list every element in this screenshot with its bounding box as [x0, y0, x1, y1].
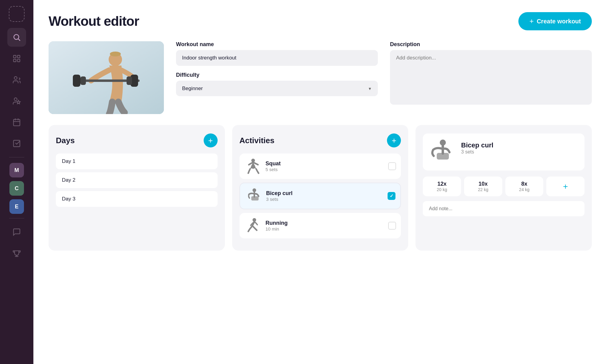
- day-item[interactable]: Day 2: [56, 172, 218, 188]
- plus-icon: +: [529, 18, 534, 25]
- activities-panel-header: Activities +: [239, 133, 401, 147]
- svg-rect-9: [14, 120, 20, 126]
- detail-panel: Bicep curl 3 sets 12x 20 kg 10x 22 kg 8x…: [415, 125, 592, 251]
- set-reps-1: 12x: [426, 181, 458, 187]
- logo[interactable]: [9, 6, 25, 22]
- svg-rect-19: [131, 75, 138, 87]
- detail-figure: [428, 138, 455, 166]
- svg-rect-18: [80, 76, 86, 85]
- sidebar-item-trophy[interactable]: [7, 244, 26, 263]
- activity-item-squat[interactable]: Squat 5 sets: [239, 153, 401, 179]
- workout-name-input[interactable]: [176, 50, 378, 66]
- difficulty-select-wrapper: Beginner Intermediate Advanced: [176, 81, 378, 96]
- bicep-checkbox[interactable]: [388, 192, 395, 200]
- add-day-button[interactable]: +: [204, 133, 218, 147]
- squat-detail: 5 sets: [266, 167, 384, 172]
- svg-rect-17: [73, 75, 80, 87]
- running-detail: 10 min: [266, 226, 384, 231]
- workout-image-figure: [49, 41, 164, 114]
- svg-rect-13: [14, 140, 20, 147]
- svg-marker-8: [17, 100, 20, 104]
- create-workout-button[interactable]: + Create workout: [518, 12, 592, 30]
- sidebar-item-dashboard[interactable]: [7, 49, 26, 68]
- note-input[interactable]: [423, 201, 585, 216]
- svg-rect-14: [49, 41, 164, 114]
- detail-exercise-name: Bicep curl: [461, 141, 580, 149]
- set-weight-3: 24 kg: [508, 187, 541, 192]
- days-panel-title: Days: [56, 136, 75, 145]
- svg-rect-2: [14, 56, 16, 58]
- svg-line-1: [18, 39, 20, 40]
- bicep-figure: [245, 187, 262, 204]
- set-card-1[interactable]: 12x 20 kg: [423, 177, 461, 196]
- add-set-card[interactable]: +: [546, 177, 585, 196]
- svg-rect-20: [127, 76, 132, 85]
- bicep-info: Bicep curl 3 sets: [266, 190, 384, 202]
- set-reps-2: 10x: [467, 181, 499, 187]
- avatar-c[interactable]: C: [9, 181, 24, 196]
- day-item[interactable]: Day 1: [56, 153, 218, 169]
- bicep-detail: 3 sets: [266, 197, 384, 202]
- activities-list: Squat 5 sets: [239, 153, 401, 238]
- sidebar-item-chat[interactable]: [7, 223, 26, 241]
- difficulty-select[interactable]: Beginner Intermediate Advanced: [176, 81, 378, 96]
- svg-point-21: [110, 52, 121, 56]
- activities-panel-title: Activities: [239, 136, 275, 145]
- svg-rect-5: [17, 59, 20, 62]
- difficulty-label: Difficulty: [176, 72, 378, 78]
- sidebar-item-calendar[interactable]: [7, 113, 26, 132]
- set-reps-3: 8x: [508, 181, 541, 187]
- sidebar-item-search[interactable]: [7, 28, 26, 47]
- sidebar-item-star-user[interactable]: [7, 92, 26, 110]
- squat-figure: [244, 158, 261, 175]
- day-item[interactable]: Day 3: [56, 191, 218, 207]
- running-name: Running: [266, 220, 384, 226]
- set-card-3[interactable]: 8x 24 kg: [505, 177, 544, 196]
- panels: Days + Day 1 Day 2 Day 3 Activities +: [49, 125, 592, 251]
- sets-grid: 12x 20 kg 10x 22 kg 8x 24 kg +: [423, 177, 585, 196]
- svg-rect-4: [14, 59, 16, 62]
- activity-item-bicep-curl[interactable]: Bicep curl 3 sets: [239, 183, 401, 209]
- sidebar-item-checklist[interactable]: [7, 134, 26, 153]
- add-activity-button[interactable]: +: [387, 133, 401, 147]
- detail-info: Bicep curl 3 sets: [461, 138, 580, 155]
- sidebar-item-users[interactable]: [7, 70, 26, 89]
- sidebar: M C E: [0, 0, 33, 364]
- squat-checkbox[interactable]: [388, 162, 396, 170]
- svg-point-6: [14, 77, 17, 79]
- squat-info: Squat 5 sets: [266, 160, 384, 172]
- avatar-m[interactable]: M: [9, 163, 24, 177]
- days-panel: Days + Day 1 Day 2 Day 3: [49, 125, 225, 251]
- main-content: Workout editor + Create workout: [33, 0, 607, 364]
- running-info: Running 10 min: [266, 220, 384, 231]
- set-weight-1: 20 kg: [426, 187, 458, 192]
- activities-panel: Activities +: [232, 125, 409, 251]
- activity-item-running[interactable]: Running 10 min: [239, 213, 401, 238]
- days-panel-header: Days +: [56, 133, 218, 147]
- sidebar-divider: [9, 157, 24, 157]
- bicep-name: Bicep curl: [266, 190, 384, 197]
- avatar-e[interactable]: E: [9, 199, 24, 214]
- squat-name: Squat: [266, 160, 384, 167]
- set-weight-2: 22 kg: [467, 187, 499, 192]
- detail-exercise-sets: 3 sets: [461, 149, 580, 155]
- set-card-2[interactable]: 10x 22 kg: [464, 177, 502, 196]
- description-textarea[interactable]: [390, 50, 592, 105]
- description-area: Description: [390, 41, 592, 106]
- running-figure: [244, 217, 261, 234]
- svg-rect-3: [17, 56, 20, 58]
- workout-name-label: Workout name: [176, 41, 378, 48]
- difficulty-field: Difficulty Beginner Intermediate Advance…: [176, 72, 378, 96]
- form-area: Workout name Difficulty Beginner Interme…: [49, 41, 592, 114]
- running-checkbox[interactable]: [388, 222, 396, 230]
- page-header: Workout editor + Create workout: [49, 12, 592, 30]
- days-list: Day 1 Day 2 Day 3: [56, 153, 218, 207]
- add-set-icon: +: [563, 182, 568, 191]
- description-label: Description: [390, 41, 592, 48]
- sidebar-divider-2: [9, 218, 24, 218]
- page-title: Workout editor: [49, 14, 139, 29]
- svg-point-7: [14, 98, 17, 101]
- workout-name-field: Workout name: [176, 41, 378, 66]
- workout-image[interactable]: [49, 41, 164, 114]
- workout-form-fields: Workout name Difficulty Beginner Interme…: [176, 41, 378, 96]
